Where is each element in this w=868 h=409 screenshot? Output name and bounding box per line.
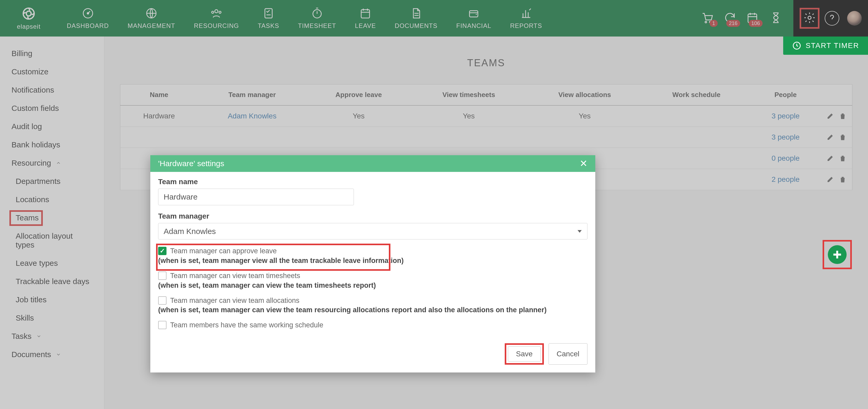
sidebar-item-billing[interactable]: Billing <box>0 44 104 63</box>
globe-icon <box>145 7 158 20</box>
team-name-input[interactable] <box>158 189 354 205</box>
nav-tasks[interactable]: TASKS <box>248 0 289 36</box>
checkbox-view-allocations-label: Team manager can view team allocations <box>170 296 299 306</box>
sidebar-label: Departments <box>16 177 61 186</box>
team-manager-select-wrap: Adam Knowles <box>158 223 587 240</box>
nav-management[interactable]: MANAGEMENT <box>118 0 185 36</box>
notification-3[interactable]: 106 <box>746 11 759 25</box>
document-icon <box>410 7 422 20</box>
nav-resourcing[interactable]: RESOURCING <box>185 0 248 36</box>
sidebar-item-job-titles[interactable]: Job titles <box>0 290 104 309</box>
sidebar-item-bank-holidays[interactable]: Bank holidays <box>0 136 104 154</box>
stopwatch-icon <box>311 7 323 20</box>
nav-documents-label: DOCUMENTS <box>395 22 438 29</box>
table-row: 3 people <box>120 127 852 148</box>
checkbox-same-schedule[interactable] <box>158 321 166 329</box>
cell-people[interactable]: 3 people <box>750 127 821 148</box>
trash-icon[interactable] <box>839 176 846 183</box>
start-timer-label: START TIMER <box>806 41 859 50</box>
cell-people[interactable]: 0 people <box>750 148 821 169</box>
notification-1[interactable]: 1 <box>701 11 714 25</box>
team-manager-select[interactable]: Adam Knowles <box>158 223 587 240</box>
trash-icon[interactable] <box>839 112 846 120</box>
cell-approve <box>306 127 411 148</box>
edit-icon[interactable] <box>826 176 834 183</box>
cell-manager[interactable] <box>198 127 306 148</box>
sidebar-label: Customize <box>11 67 49 76</box>
sidebar-item-trackable[interactable]: Trackable leave days <box>0 272 104 290</box>
modal-close-button[interactable]: ✕ <box>580 159 587 168</box>
nav-financial[interactable]: FINANCIAL <box>447 0 500 36</box>
checkbox-view-timesheets[interactable] <box>158 272 166 280</box>
sidebar-item-departments[interactable]: Departments <box>0 172 104 190</box>
page-title: TEAMS <box>120 57 852 69</box>
badge-1: 1 <box>710 20 718 27</box>
trash-icon[interactable] <box>839 154 846 162</box>
edit-icon[interactable] <box>826 154 834 162</box>
nav-leave[interactable]: LEAVE <box>345 0 385 36</box>
avatar[interactable] <box>847 11 862 26</box>
hourglass[interactable] <box>769 11 782 25</box>
modal-header: 'Hardware' settings ✕ <box>150 155 595 172</box>
table-row: Hardware Adam Knowles Yes Yes Yes 3 peop… <box>120 105 852 127</box>
th-schedule: Work schedule <box>643 85 750 106</box>
sidebar-item-allocation-layout[interactable]: Allocation layout types <box>0 227 104 254</box>
sidebar-item-leave-types[interactable]: Leave types <box>0 254 104 272</box>
sidebar-label: Resourcing <box>11 159 51 167</box>
cell-people[interactable]: 3 people <box>750 105 821 127</box>
modal-footer: Save Cancel <box>150 338 595 373</box>
cell-people[interactable]: 2 people <box>750 169 821 190</box>
badge-2: 216 <box>726 20 740 27</box>
checklist-icon <box>262 7 275 20</box>
svg-rect-10 <box>361 10 370 18</box>
cell-view-ts: Yes <box>411 105 527 127</box>
nav-dashboard-label: DASHBOARD <box>67 22 109 29</box>
sidebar-label: Leave types <box>16 259 58 268</box>
sidebar-item-audit-log[interactable]: Audit log <box>0 117 104 136</box>
cancel-button[interactable]: Cancel <box>549 343 587 365</box>
sidebar-label: Teams <box>16 213 39 222</box>
start-timer-button[interactable]: START TIMER <box>783 36 868 55</box>
sidebar-label: Trackable leave days <box>16 277 89 286</box>
settings-button[interactable] <box>803 11 816 25</box>
help-button[interactable] <box>825 11 839 26</box>
sidebar-item-customize[interactable]: Customize <box>0 63 104 81</box>
sidebar-item-documents[interactable]: Documents <box>0 345 104 364</box>
wallet-icon <box>467 7 480 20</box>
checkbox-approve-leave[interactable] <box>158 247 166 255</box>
nav-dashboard[interactable]: DASHBOARD <box>57 0 118 36</box>
cell-approve: Yes <box>306 105 411 127</box>
sidebar-item-tasks[interactable]: Tasks <box>0 327 104 345</box>
nav-timesheet[interactable]: TIMESHEET <box>289 0 345 36</box>
cell-manager[interactable]: Adam Knowles <box>198 105 306 127</box>
nav-reports-label: REPORTS <box>510 22 542 29</box>
sidebar-item-custom-fields[interactable]: Custom fields <box>0 99 104 117</box>
th-manager: Team manager <box>198 85 306 106</box>
top-nav: elapseit DASHBOARD MANAGEMENT RESOURCING… <box>0 0 868 36</box>
edit-icon[interactable] <box>826 112 834 120</box>
brand-text: elapseit <box>17 23 41 30</box>
sidebar-item-skills[interactable]: Skills <box>0 309 104 327</box>
brand-logo[interactable]: elapseit <box>0 0 57 36</box>
svg-point-3 <box>87 12 89 14</box>
cell-view-ts <box>411 127 527 148</box>
sidebar-item-teams[interactable]: Teams <box>0 209 104 227</box>
nav-reports[interactable]: REPORTS <box>501 0 552 36</box>
fab-highlight-wrap <box>823 240 852 269</box>
sidebar-label: Audit log <box>11 122 42 131</box>
sidebar-label: Notifications <box>11 86 54 94</box>
nav-documents[interactable]: DOCUMENTS <box>385 0 447 36</box>
add-team-button[interactable] <box>828 245 846 264</box>
sidebar-item-locations[interactable]: Locations <box>0 190 104 209</box>
trash-icon[interactable] <box>839 133 846 141</box>
checkbox-view-timesheets-label: Team manager can view team timesheets <box>170 271 300 281</box>
checkbox-same-schedule-label: Team members have the same working sched… <box>170 320 323 330</box>
notification-2[interactable]: 216 <box>723 11 737 25</box>
sidebar-item-resourcing[interactable]: Resourcing <box>0 154 104 172</box>
edit-icon[interactable] <box>826 133 834 141</box>
save-button[interactable]: Save <box>508 346 541 361</box>
sidebar-item-notifications[interactable]: Notifications <box>0 81 104 99</box>
team-manager-label: Team manager <box>158 212 587 220</box>
checkbox-approve-leave-label: Team manager can approve leave <box>170 246 277 256</box>
checkbox-view-allocations[interactable] <box>158 296 166 305</box>
